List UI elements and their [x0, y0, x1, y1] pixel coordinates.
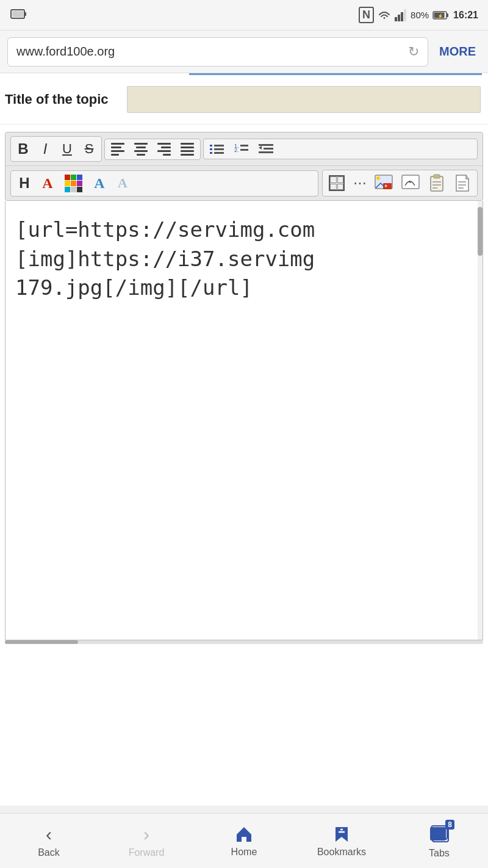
svg-rect-42	[431, 828, 445, 840]
svg-rect-8	[447, 13, 448, 17]
insert-image-button[interactable]: +	[372, 173, 395, 193]
insert-table-icon	[329, 175, 345, 191]
back-label: Back	[38, 847, 60, 858]
svg-rect-31	[431, 176, 443, 191]
editor-scrollbar-thumb[interactable]	[478, 207, 483, 256]
svg-rect-13	[210, 148, 212, 150]
insert-clipboard-button[interactable]	[426, 173, 448, 193]
status-icons: N 80% ⚡ 16:21	[359, 7, 478, 23]
align-justify-button[interactable]	[178, 142, 196, 157]
font-style-button[interactable]: A	[114, 174, 131, 192]
browser-nav: ‹ Back › Forward Home Bookmarks 8 Tabs	[0, 813, 488, 868]
svg-text:2.: 2.	[234, 147, 239, 153]
tabs-badge-container: 8	[429, 823, 450, 845]
font-color-button[interactable]: A	[39, 174, 56, 193]
editor-area[interactable]: [url=https://servimg.com[img]https://i37…	[5, 201, 483, 640]
font-style-icon: A	[118, 175, 127, 191]
wifi-icon	[378, 9, 391, 22]
forward-label: Forward	[129, 847, 165, 858]
battery-icon: ⚡	[432, 10, 450, 21]
time-display: 16:21	[453, 10, 478, 21]
svg-rect-33	[432, 181, 441, 183]
insert-link-icon	[401, 175, 420, 192]
color-picker-button[interactable]	[62, 173, 85, 193]
insert-link-button[interactable]	[399, 173, 422, 193]
svg-rect-36	[458, 181, 466, 183]
svg-rect-32	[434, 175, 440, 178]
svg-text:+: +	[384, 183, 387, 189]
svg-rect-14	[214, 148, 224, 150]
nav-bookmarks[interactable]: Bookmarks	[317, 825, 366, 858]
svg-rect-22	[264, 148, 273, 150]
svg-rect-2	[12, 11, 23, 17]
home-label: Home	[231, 847, 257, 858]
bookmarks-label: Bookmarks	[317, 847, 366, 858]
status-left-icon	[10, 7, 27, 23]
topic-title-label: Title of the topic	[5, 92, 127, 107]
address-bar[interactable]: www.ford100e.org ↻	[7, 37, 428, 67]
font-color-icon: A	[42, 175, 52, 192]
strikethrough-button[interactable]: S	[81, 140, 98, 158]
align-left-button[interactable]	[109, 142, 127, 157]
italic-button[interactable]: I	[37, 139, 54, 159]
back-icon: ‹	[46, 824, 52, 845]
svg-rect-38	[458, 187, 464, 189]
more-button[interactable]: MORE	[434, 45, 481, 59]
toolbar-row2: H A	[5, 166, 483, 200]
align-justify-icon	[181, 143, 194, 156]
align-left-icon	[111, 143, 124, 156]
insert-image-icon: +	[375, 175, 393, 192]
editor-content: [url=https://servimg.com[img]https://i37…	[15, 215, 473, 303]
nav-home[interactable]: Home	[220, 825, 268, 858]
outdent-button[interactable]	[256, 142, 276, 156]
horizontal-scrollbar-thumb[interactable]	[5, 640, 78, 644]
topic-title-row: Title of the topic	[0, 75, 488, 125]
url-text: www.ford100e.org	[16, 45, 115, 59]
format-group: H A	[10, 170, 318, 197]
align-center-button[interactable]	[132, 142, 150, 157]
svg-rect-34	[432, 184, 441, 186]
svg-rect-6	[404, 9, 406, 21]
ordered-list-button[interactable]: 1. 2.	[232, 142, 251, 156]
bold-button[interactable]: B	[15, 139, 32, 159]
svg-rect-21	[259, 144, 273, 146]
align-right-button[interactable]	[155, 142, 173, 157]
battery-percent: 80%	[411, 10, 429, 20]
insert-table-button[interactable]	[326, 174, 347, 192]
font-size-icon: A	[94, 175, 104, 192]
heading-button[interactable]: H	[16, 173, 33, 193]
svg-rect-15	[210, 152, 212, 154]
nav-forward[interactable]: › Forward	[122, 824, 171, 858]
insert-doc-button[interactable]	[451, 173, 473, 193]
insert-more-button[interactable]: ⋯	[351, 174, 368, 192]
unordered-list-button[interactable]	[207, 142, 227, 156]
toolbar-row1: B I U S	[5, 132, 483, 166]
underline-button[interactable]: U	[59, 140, 76, 158]
align-center-icon	[134, 143, 148, 156]
status-bar: N 80% ⚡ 16:21	[0, 0, 488, 31]
alignment-group	[104, 139, 201, 160]
reload-icon[interactable]: ↻	[408, 44, 419, 60]
insert-more-icon: ⋯	[353, 175, 366, 191]
signal-icon	[395, 9, 407, 22]
editor-scrollbar[interactable]	[478, 201, 483, 640]
page-content: Title of the topic B I U S	[0, 73, 488, 806]
svg-point-27	[376, 176, 380, 180]
svg-rect-37	[458, 184, 466, 186]
svg-rect-20	[240, 149, 248, 151]
svg-rect-23	[259, 151, 273, 153]
svg-rect-4	[398, 15, 400, 21]
text-format-group: B I U S	[10, 136, 102, 162]
nav-back[interactable]: ‹ Back	[24, 824, 73, 858]
horizontal-scrollbar[interactable]	[5, 640, 483, 644]
tab-count-badge: 8	[445, 820, 454, 830]
ordered-list-icon: 1. 2.	[234, 143, 249, 155]
font-size-button[interactable]: A	[91, 174, 108, 193]
svg-rect-18	[240, 145, 248, 146]
nav-tabs[interactable]: 8 Tabs	[415, 823, 464, 859]
svg-rect-11	[210, 145, 212, 146]
browser-bar: www.ford100e.org ↻ MORE	[0, 31, 488, 73]
toolbar-area: B I U S	[5, 132, 483, 201]
topic-title-input[interactable]	[127, 86, 481, 113]
insert-group: ⋯ +	[322, 170, 478, 197]
